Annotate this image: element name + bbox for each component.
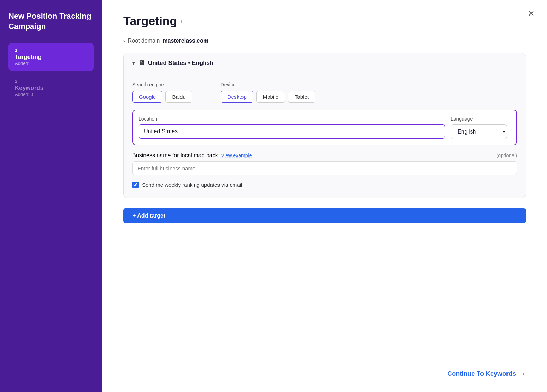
language-field: Language English Spanish French German [451, 116, 511, 139]
device-label: Device [221, 82, 315, 87]
target-card: ▾ 🖥 United States • English Search engin… [123, 53, 526, 198]
page-title-text: Targeting [123, 14, 177, 28]
search-engine-group: Search engine Google Baidu [132, 82, 192, 103]
root-domain-row: › Root domain masterclass.com [123, 38, 526, 44]
location-language-row: Location Language English Spanish French… [139, 116, 511, 139]
location-label: Location [139, 116, 445, 122]
sidebar: New Position Tracking Campaign 1 Targeti… [0, 0, 102, 392]
step-1-name: Targeting [15, 54, 87, 61]
sidebar-step-keywords[interactable]: 2 Keywords Added: 0 [8, 74, 94, 102]
step-1-sub: Added: 1 [15, 61, 87, 66]
location-field: Location [139, 116, 445, 139]
main-content: ✕ Targeting i › Root domain masterclass.… [102, 0, 547, 392]
search-device-group: Search engine Google Baidu Device Deskto… [132, 82, 517, 103]
step-2-number: 2 [15, 79, 87, 84]
page-title-row: Targeting i [123, 14, 526, 28]
footer: Continue To Keywords → [447, 370, 526, 378]
business-name-optional: (optional) [497, 153, 517, 158]
step-1-number: 1 [15, 48, 87, 53]
language-label: Language [451, 116, 511, 122]
continue-label: Continue To Keywords [447, 370, 516, 378]
view-example-link[interactable]: View example [221, 153, 252, 158]
email-checkbox-row: Send me weekly ranking updates via email [132, 182, 517, 188]
device-mobile-btn[interactable]: Mobile [256, 91, 285, 103]
step-2-name: Keywords [15, 85, 87, 92]
language-select[interactable]: English Spanish French German [451, 124, 507, 139]
chevron-down-icon: ▾ [132, 60, 135, 66]
location-input[interactable] [139, 124, 445, 139]
location-language-wrapper: Location Language English Spanish French… [132, 110, 517, 145]
target-card-header[interactable]: ▾ 🖥 United States • English [124, 53, 526, 73]
continue-to-keywords-link[interactable]: Continue To Keywords → [447, 370, 526, 378]
email-checkbox-label: Send me weekly ranking updates via email [142, 182, 242, 188]
business-name-input[interactable] [132, 161, 517, 175]
target-card-header-label: United States • English [148, 60, 213, 67]
device-btn-group: Desktop Mobile Tablet [221, 91, 315, 103]
root-domain-label: Root domain [128, 38, 160, 44]
add-target-button[interactable]: + Add target [123, 208, 526, 223]
device-desktop-btn[interactable]: Desktop [221, 91, 253, 103]
target-card-body: Search engine Google Baidu Device Deskto… [124, 73, 526, 198]
monitor-icon: 🖥 [138, 59, 145, 67]
search-engine-label: Search engine [132, 82, 192, 87]
business-name-label: Business name for local map pack View ex… [132, 152, 252, 159]
sidebar-step-targeting[interactable]: 1 Targeting Added: 1 [8, 43, 94, 71]
info-icon: i [180, 18, 182, 24]
close-button[interactable]: ✕ [528, 10, 534, 18]
sidebar-title: New Position Tracking Campaign [8, 11, 94, 31]
chevron-right-icon: › [123, 38, 125, 44]
root-domain-value: masterclass.com [162, 38, 208, 44]
search-engine-btn-group: Google Baidu [132, 91, 192, 103]
search-engine-baidu-btn[interactable]: Baidu [165, 91, 192, 103]
device-tablet-btn[interactable]: Tablet [288, 91, 315, 103]
search-engine-google-btn[interactable]: Google [132, 91, 162, 103]
email-checkbox[interactable] [132, 182, 139, 188]
continue-arrow-icon: → [519, 370, 526, 378]
device-group: Device Desktop Mobile Tablet [221, 82, 315, 103]
step-2-sub: Added: 0 [15, 92, 87, 97]
business-name-label-row: Business name for local map pack View ex… [132, 152, 517, 159]
